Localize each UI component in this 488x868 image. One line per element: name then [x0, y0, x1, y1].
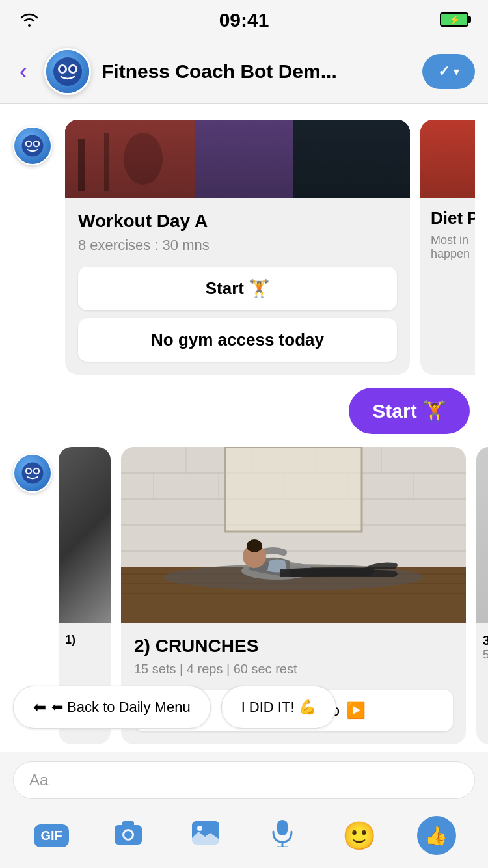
- diet-card-body: Diet P Most in happen: [420, 198, 475, 284]
- workout-card: Workout Day A 8 exercises : 30 mns Start…: [65, 120, 410, 375]
- nav-title: Fitness Coach Bot Dem...: [102, 61, 412, 83]
- thumbs-up-button[interactable]: 👍: [417, 816, 456, 855]
- diet-card-subtitle: Most in happen: [431, 234, 475, 261]
- svg-point-3: [60, 66, 65, 72]
- gallery-svg: [191, 820, 221, 846]
- user-start-bubble: Start 🏋️: [349, 388, 470, 434]
- bot-avatar-small-2: [13, 454, 52, 493]
- card-title-1: Workout Day A: [78, 211, 397, 232]
- back-icon: ⬅: [33, 698, 46, 716]
- camera-icon: [113, 820, 143, 852]
- did-it-label: I DID IT! 💪: [241, 699, 316, 716]
- chat-area: Workout Day A 8 exercises : 30 mns Start…: [0, 104, 488, 794]
- card-body-1: Workout Day A 8 exercises : 30 mns Start…: [65, 198, 410, 375]
- exercise-details: 15 sets | 4 reps | 60 sec rest: [134, 662, 453, 677]
- camera-svg: [113, 820, 143, 846]
- partial-right-details: 5 sets |: [483, 648, 488, 662]
- status-bar: 09:41 ⚡: [0, 0, 488, 39]
- status-time: 09:41: [219, 9, 269, 31]
- bot-icon-small: [21, 134, 44, 157]
- svg-point-9: [34, 142, 38, 146]
- svg-point-51: [124, 831, 132, 839]
- card-image-1: [65, 120, 410, 198]
- i-did-it-button[interactable]: I DID IT! 💪: [221, 686, 336, 729]
- gif-button[interactable]: GIF: [32, 816, 71, 855]
- carousel-row-1: Workout Day A 8 exercises : 30 mns Start…: [65, 120, 475, 375]
- svg-rect-10: [65, 120, 410, 198]
- diet-card-image: [420, 120, 475, 198]
- svg-point-54: [197, 826, 202, 831]
- crunches-image: [121, 447, 466, 623]
- svg-rect-15: [104, 133, 109, 191]
- status-right: ⚡: [440, 12, 468, 27]
- svg-rect-12: [195, 120, 293, 198]
- partial-right-body: 3) BUI 5 sets |: [476, 623, 488, 672]
- bot-icon-small-2: [21, 461, 44, 485]
- camera-button[interactable]: [109, 816, 148, 855]
- no-gym-access-button[interactable]: No gym access today: [78, 318, 397, 362]
- diet-card-partial: Diet P Most in happen: [420, 120, 475, 375]
- quick-replies: ⬅ ⬅ Back to Daily Menu I DID IT! 💪: [0, 686, 488, 729]
- svg-rect-52: [122, 821, 134, 826]
- exercise-number: 2) CRUNCHES: [134, 636, 453, 657]
- back-label: ⬅ Back to Daily Menu: [51, 699, 191, 716]
- partial-right-image: [476, 447, 488, 623]
- thumbs-up-icon: 👍: [425, 825, 448, 847]
- svg-point-8: [27, 142, 31, 146]
- emoji-button[interactable]: 🙂: [340, 816, 379, 855]
- svg-point-23: [34, 469, 38, 473]
- svg-rect-39: [225, 447, 362, 532]
- action-bar: GIF: [0, 808, 488, 868]
- diet-card-image-svg: [420, 120, 475, 198]
- partial-right-title: 3) BUI: [483, 633, 488, 648]
- gif-icon: GIF: [34, 824, 68, 847]
- svg-point-5: [22, 135, 44, 157]
- input-toolbar: Aa GIF: [0, 752, 488, 868]
- svg-point-22: [27, 469, 31, 473]
- message-input-row: Aa: [0, 752, 488, 808]
- bot-avatar-icon: [52, 56, 83, 87]
- back-button[interactable]: ‹: [13, 54, 34, 89]
- battery-bolt: ⚡: [449, 14, 460, 25]
- card-subtitle-1: 8 exercises : 30 mns: [78, 237, 397, 254]
- svg-rect-14: [78, 139, 85, 191]
- svg-point-16: [124, 133, 163, 185]
- partial-exercise-title: 1): [65, 633, 104, 647]
- svg-rect-11: [65, 120, 195, 198]
- emoji-face-icon: 🙂: [342, 820, 376, 852]
- mic-icon: [271, 819, 294, 853]
- bot-avatar: [44, 48, 91, 95]
- chevron-down-icon: ▾: [454, 64, 459, 79]
- svg-point-48: [247, 539, 262, 552]
- back-to-menu-button[interactable]: ⬅ ⬅ Back to Daily Menu: [13, 686, 211, 729]
- svg-rect-17: [420, 120, 475, 198]
- svg-rect-13: [293, 120, 410, 198]
- carousel-section-1: Workout Day A 8 exercises : 30 mns Start…: [0, 104, 488, 375]
- diet-card-title: Diet P: [431, 208, 475, 228]
- user-bubble-text: Start 🏋️: [372, 400, 446, 422]
- svg-rect-55: [277, 820, 288, 835]
- mic-svg: [271, 819, 294, 847]
- message-input[interactable]: Aa: [13, 761, 475, 799]
- card-image-svg: [65, 120, 410, 198]
- svg-point-19: [22, 463, 44, 484]
- battery-icon: ⚡: [440, 12, 468, 27]
- gallery-icon: [191, 820, 221, 852]
- bot-avatar-inner: [46, 50, 89, 93]
- gallery-button[interactable]: [186, 816, 225, 855]
- status-left: [20, 12, 39, 27]
- bot-avatar-small-1: [13, 126, 52, 165]
- svg-point-0: [53, 57, 82, 86]
- partial-left-body: 1): [59, 623, 111, 657]
- wifi-icon: [20, 12, 39, 27]
- check-icon: ✓: [438, 63, 450, 80]
- svg-rect-18: [420, 120, 475, 198]
- partial-left-image: [59, 447, 111, 623]
- battery-fill: ⚡: [442, 15, 466, 24]
- user-message-row: Start 🏋️: [0, 375, 488, 447]
- start-workout-button[interactable]: Start 🏋️: [78, 267, 397, 310]
- checkmark-button[interactable]: ✓ ▾: [422, 54, 475, 89]
- nav-bar: ‹ Fitness Coach Bot Dem... ✓ ▾: [0, 39, 488, 104]
- svg-point-4: [70, 66, 75, 72]
- mic-button[interactable]: [263, 816, 302, 855]
